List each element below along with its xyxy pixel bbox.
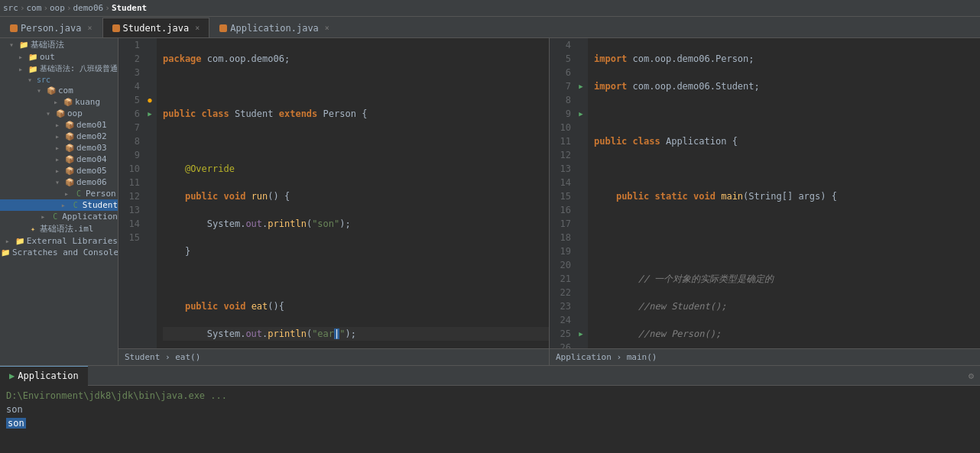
bc-src[interactable]: src [3, 3, 18, 13]
main-content: ▾ 📁 基础语法 ▸ 📁 out ▸ 📁 基础语法: 八班级普通... ▾ sr… [0, 38, 980, 365]
sidebar-item-xml[interactable]: ✦ 基础语法.iml [0, 222, 118, 235]
settings-icon[interactable]: ⚙ [969, 370, 974, 381]
code-line: public class Application { [594, 134, 980, 148]
folder-icon: 📁 [18, 40, 29, 49]
java-file-icon: C [73, 189, 84, 198]
app-gutter: ▶ ▶ ▶ [574, 38, 588, 348]
bc-demo06[interactable]: demo06 [73, 3, 104, 13]
package-icon: 📦 [64, 144, 75, 152]
xml-file-icon: ✦ [28, 225, 38, 233]
app-status-bar: Application › main() [550, 348, 980, 365]
application-editor: 45678 910111213 1415161718 1920212223 24… [549, 38, 980, 365]
code-line: public class Student extends Person { [163, 107, 549, 121]
tab-person-close[interactable]: × [87, 24, 92, 32]
java-file-icon: C [50, 212, 60, 221]
folder-icon: 📁 [28, 65, 38, 73]
package-icon: 📦 [63, 98, 73, 106]
console-content[interactable]: D:\Environment\jdk8\jdk\bin\java.exe ...… [0, 386, 980, 453]
code-line: //new Student(); [594, 299, 980, 313]
application-code[interactable]: import com.oop.demo06.Person; import com… [588, 38, 980, 348]
code-line: @Override [163, 162, 549, 176]
code-line [594, 162, 980, 176]
sidebar-item-out[interactable]: ▸ 📁 out [0, 51, 118, 63]
sidebar-item-Student[interactable]: ▸ C Student [0, 199, 118, 211]
code-line: } [163, 244, 549, 258]
code-line: // 一个对象的实际类型是确定的 [594, 272, 980, 286]
sidebar-item-demo03[interactable]: ▸ 📦 demo03 [0, 142, 118, 154]
bc-student[interactable]: Student [112, 3, 147, 13]
bottom-tab-application[interactable]: ▶ Application [0, 366, 88, 386]
tab-student-close[interactable]: × [195, 24, 200, 32]
sidebar-item-ext-libs[interactable]: ▸ 📁 External Libraries [0, 235, 118, 247]
sidebar-item-scratches[interactable]: 📁 Scratches and Consoles [0, 247, 118, 258]
bottom-tabs-wrapper: ▶ Application ⚙ [0, 366, 980, 386]
bottom-tab-label: Application [18, 370, 78, 381]
sidebar-item-demo01[interactable]: ▸ 📦 demo01 [0, 119, 118, 131]
student-editor: 12345 678910 1112131415 ● ▶ [118, 38, 549, 365]
code-line [594, 107, 980, 121]
bottom-panel: ▶ Application ⚙ D:\Environment\jdk8\jdk\… [0, 365, 980, 453]
tab-application[interactable]: Application.java × [209, 18, 339, 37]
folder-icon: 📁 [28, 53, 38, 61]
bc-oop[interactable]: oop [50, 3, 65, 13]
sidebar-item-Person[interactable]: ▸ C Person [0, 188, 118, 199]
sidebar-root-label: 基础语法 [31, 39, 64, 50]
student-status-bar: Student › eat() [118, 348, 549, 365]
tab-application-close[interactable]: × [325, 24, 329, 32]
sidebar-item-root[interactable]: ▾ 📁 基础语法 [0, 38, 118, 51]
package-icon: 📦 [64, 178, 75, 186]
sidebar-item-demo04[interactable]: ▸ 📦 demo04 [0, 154, 118, 165]
code-line: package com.oop.demo06; [163, 52, 549, 66]
folder-icon: 📁 [0, 248, 11, 257]
editors-area: 12345 678910 1112131415 ● ▶ [118, 38, 980, 365]
sidebar-jichuyufa-label: 基础语法: 八班级普通... [40, 63, 118, 74]
code-line: import com.oop.demo06.Person; [594, 52, 980, 66]
console-output-line-2: son [6, 416, 974, 430]
sidebar-item-Application[interactable]: ▸ C Application [0, 211, 118, 222]
sidebar-item-src[interactable]: ▾ src [0, 75, 118, 85]
code-line: public void eat(){ [163, 299, 549, 313]
run-command: D:\Environment\jdk8\jdk\bin\java.exe ... [6, 389, 974, 403]
application-code-area[interactable]: 45678 910111213 1415161718 1920212223 24… [550, 38, 980, 348]
run-indicator[interactable]: ▶ [579, 83, 582, 90]
code-line [163, 79, 549, 93]
student-code[interactable]: package com.oop.demo06; public class Stu… [157, 38, 549, 348]
run-indicator[interactable]: ▶ [579, 110, 582, 118]
package-icon: 📦 [64, 167, 75, 175]
package-icon: 📦 [64, 132, 75, 141]
app-breadcrumb: Application › main() [556, 352, 657, 362]
sidebar-item-kuang[interactable]: ▸ 📦 kuang [0, 96, 118, 108]
sidebar-item-demo05[interactable]: ▸ 📦 demo05 [0, 165, 118, 176]
code-line: System.out.println("ear|"); [163, 327, 549, 341]
student-breadcrumb: Student › eat() [125, 352, 200, 362]
tab-application-label: Application.java [230, 23, 319, 34]
run-indicator[interactable]: ▶ [579, 330, 582, 338]
run-indicator[interactable]: ▶ [148, 110, 151, 118]
package-icon: 📦 [55, 109, 66, 118]
code-line [163, 134, 549, 148]
java-file-icon [10, 24, 18, 32]
bc-com[interactable]: com [27, 3, 42, 13]
sidebar-item-demo06[interactable]: ▾ 📦 demo06 [0, 176, 118, 188]
student-line-numbers: 12345 678910 1112131415 [118, 38, 143, 348]
tab-bar: Person.java × Student.java × Application… [0, 17, 980, 38]
selected-output: son [6, 418, 26, 429]
folder-icon: 📁 [15, 237, 25, 245]
package-icon: 📦 [46, 86, 57, 95]
tab-person[interactable]: Person.java × [0, 18, 102, 37]
code-line: import com.oop.demo06.Student; [594, 79, 980, 93]
package-icon: 📦 [64, 155, 75, 163]
student-code-area[interactable]: 12345 678910 1112131415 ● ▶ [118, 38, 549, 348]
sidebar-item-demo02[interactable]: ▸ 📦 demo02 [0, 131, 118, 142]
package-icon: 📦 [64, 121, 75, 129]
sidebar-item-基础语法[interactable]: ▸ 📁 基础语法: 八班级普通... [0, 63, 118, 75]
java-file-icon [112, 24, 120, 32]
tab-student-label: Student.java [123, 23, 190, 34]
java-file-icon: C [70, 201, 81, 209]
code-line: System.out.println("son"); [163, 217, 549, 231]
tab-student[interactable]: Student.java × [102, 18, 210, 37]
app-line-numbers: 45678 910111213 1415161718 1920212223 24… [550, 38, 574, 348]
bottom-tabs: ▶ Application ⚙ [0, 366, 980, 386]
sidebar-item-com[interactable]: ▾ 📦 com [0, 85, 118, 96]
sidebar-item-oop[interactable]: ▾ 📦 oop [0, 108, 118, 119]
